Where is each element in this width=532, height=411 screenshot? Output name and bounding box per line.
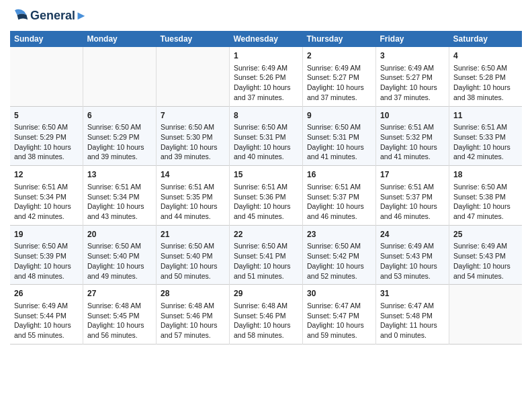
day-info: Daylight: 10 hours xyxy=(234,83,298,93)
weekday-header-wednesday: Wednesday xyxy=(229,31,302,47)
day-info: Daylight: 10 hours xyxy=(14,320,79,330)
day-info: Sunrise: 6:50 AM xyxy=(307,122,371,132)
day-info: and 50 minutes. xyxy=(161,271,225,281)
day-cell: 14Sunrise: 6:51 AMSunset: 5:35 PMDayligh… xyxy=(156,166,229,226)
day-info: Daylight: 10 hours xyxy=(380,142,445,152)
day-info: Sunrise: 6:49 AM xyxy=(234,63,298,73)
day-cell xyxy=(156,47,229,106)
day-info: Sunset: 5:46 PM xyxy=(161,311,225,321)
day-cell: 13Sunrise: 6:51 AMSunset: 5:34 PMDayligh… xyxy=(83,166,156,226)
day-cell xyxy=(83,47,156,106)
day-info: Sunset: 5:26 PM xyxy=(234,73,298,83)
day-info: Sunrise: 6:51 AM xyxy=(14,182,79,192)
weekday-header-tuesday: Tuesday xyxy=(156,31,229,47)
day-number: 13 xyxy=(87,169,152,181)
day-cell: 6Sunrise: 6:50 AMSunset: 5:29 PMDaylight… xyxy=(83,106,156,166)
day-cell: 18Sunrise: 6:50 AMSunset: 5:38 PMDayligh… xyxy=(449,166,522,226)
day-number: 6 xyxy=(87,110,152,122)
header: General► xyxy=(10,7,522,26)
day-cell: 11Sunrise: 6:51 AMSunset: 5:33 PMDayligh… xyxy=(449,106,522,166)
day-info: Sunrise: 6:51 AM xyxy=(161,182,225,192)
day-info: Sunrise: 6:50 AM xyxy=(234,122,298,132)
day-info: Daylight: 10 hours xyxy=(234,201,298,212)
day-info: Sunset: 5:34 PM xyxy=(14,192,79,202)
day-info: and 58 minutes. xyxy=(234,330,298,340)
day-info: Sunrise: 6:51 AM xyxy=(380,122,445,132)
day-info: Sunrise: 6:49 AM xyxy=(14,301,79,311)
day-info: Sunrise: 6:50 AM xyxy=(234,241,298,251)
day-number: 15 xyxy=(234,169,298,181)
day-info: Daylight: 10 hours xyxy=(307,261,371,271)
day-cell: 29Sunrise: 6:48 AMSunset: 5:46 PMDayligh… xyxy=(229,285,302,345)
day-number: 27 xyxy=(87,288,152,300)
day-info: Daylight: 10 hours xyxy=(453,83,518,93)
day-cell: 12Sunrise: 6:51 AMSunset: 5:34 PMDayligh… xyxy=(10,166,83,226)
day-info: and 55 minutes. xyxy=(14,330,79,340)
day-info: Sunset: 5:31 PM xyxy=(234,132,298,142)
day-cell: 26Sunrise: 6:49 AMSunset: 5:44 PMDayligh… xyxy=(10,285,83,345)
day-info: and 41 minutes. xyxy=(307,152,371,162)
day-info: and 52 minutes. xyxy=(307,271,371,281)
day-info: Sunset: 5:38 PM xyxy=(453,192,518,202)
day-number: 8 xyxy=(234,110,298,122)
day-info: and 47 minutes. xyxy=(453,212,518,222)
day-info: and 51 minutes. xyxy=(234,271,298,281)
day-info: Sunrise: 6:49 AM xyxy=(380,63,445,73)
day-info: Sunset: 5:41 PM xyxy=(234,251,298,261)
day-cell: 30Sunrise: 6:47 AMSunset: 5:47 PMDayligh… xyxy=(303,285,376,345)
day-info: Sunrise: 6:50 AM xyxy=(14,241,79,251)
day-number: 10 xyxy=(380,110,445,122)
day-info: and 39 minutes. xyxy=(87,152,152,162)
day-info: Daylight: 10 hours xyxy=(307,142,371,152)
day-info: Sunset: 5:43 PM xyxy=(380,251,445,261)
week-row-1: 1Sunrise: 6:49 AMSunset: 5:26 PMDaylight… xyxy=(10,47,522,106)
day-info: and 46 minutes. xyxy=(307,212,371,222)
day-cell: 7Sunrise: 6:50 AMSunset: 5:30 PMDaylight… xyxy=(156,106,229,166)
day-cell: 20Sunrise: 6:50 AMSunset: 5:40 PMDayligh… xyxy=(83,225,156,285)
day-info: Sunset: 5:46 PM xyxy=(234,311,298,321)
day-info: Daylight: 10 hours xyxy=(453,201,518,212)
day-info: Sunrise: 6:51 AM xyxy=(307,182,371,192)
day-info: Daylight: 10 hours xyxy=(453,142,518,152)
day-number: 25 xyxy=(453,229,518,240)
day-number: 20 xyxy=(87,229,152,240)
weekday-header-sunday: Sunday xyxy=(10,31,83,47)
day-info: Daylight: 10 hours xyxy=(87,142,152,152)
day-info: Sunrise: 6:51 AM xyxy=(87,182,152,192)
day-info: and 43 minutes. xyxy=(87,212,152,222)
day-cell xyxy=(449,285,522,345)
day-info: Sunset: 5:42 PM xyxy=(307,251,371,261)
day-info: and 57 minutes. xyxy=(161,330,225,340)
day-info: Daylight: 10 hours xyxy=(380,261,445,271)
day-info: Sunset: 5:47 PM xyxy=(307,311,371,321)
day-info: and 45 minutes. xyxy=(234,212,298,222)
day-info: Sunset: 5:31 PM xyxy=(307,132,371,142)
day-info: Daylight: 10 hours xyxy=(453,261,518,271)
day-info: and 37 minutes. xyxy=(307,93,371,103)
day-info: Daylight: 10 hours xyxy=(307,83,371,93)
day-info: and 44 minutes. xyxy=(161,212,225,222)
day-info: Sunset: 5:29 PM xyxy=(87,132,152,142)
day-info: Daylight: 10 hours xyxy=(161,201,225,212)
day-number: 29 xyxy=(234,288,298,300)
day-cell: 3Sunrise: 6:49 AMSunset: 5:27 PMDaylight… xyxy=(376,47,449,106)
day-cell: 8Sunrise: 6:50 AMSunset: 5:31 PMDaylight… xyxy=(229,106,302,166)
day-info: Sunset: 5:27 PM xyxy=(380,73,445,83)
day-info: and 54 minutes. xyxy=(453,271,518,281)
day-info: Sunrise: 6:48 AM xyxy=(234,301,298,311)
day-cell: 25Sunrise: 6:49 AMSunset: 5:43 PMDayligh… xyxy=(449,225,522,285)
day-info: Sunrise: 6:50 AM xyxy=(307,241,371,251)
day-cell: 1Sunrise: 6:49 AMSunset: 5:26 PMDaylight… xyxy=(229,47,302,106)
day-cell: 15Sunrise: 6:51 AMSunset: 5:36 PMDayligh… xyxy=(229,166,302,226)
day-number: 17 xyxy=(380,169,445,181)
day-number: 19 xyxy=(14,229,79,240)
day-info: Daylight: 10 hours xyxy=(234,142,298,152)
day-info: and 56 minutes. xyxy=(87,330,152,340)
day-info: Daylight: 10 hours xyxy=(87,320,152,330)
day-info: Sunset: 5:40 PM xyxy=(161,251,225,261)
day-number: 18 xyxy=(453,169,518,181)
day-info: and 59 minutes. xyxy=(307,330,371,340)
day-info: Sunrise: 6:47 AM xyxy=(307,301,371,311)
day-info: Daylight: 10 hours xyxy=(307,320,371,330)
day-info: and 42 minutes. xyxy=(14,212,79,222)
